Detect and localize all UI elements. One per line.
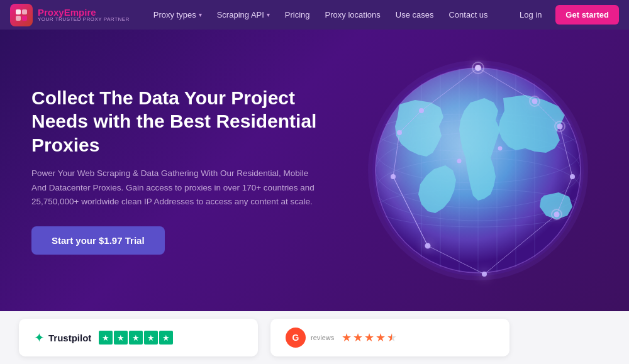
- hero-section: Collect The Data Your Project Needs with…: [0, 30, 629, 311]
- globe-visual: [346, 45, 610, 296]
- g2-star-3: ★: [364, 331, 374, 345]
- trustpilot-logo: ✦ Trustpilot: [34, 330, 91, 345]
- nav-links: Proxy types ▾ Scraping API ▾ Pricing Pro…: [147, 0, 512, 30]
- nav-right: Log in Get started: [512, 0, 619, 30]
- g2-text: reviews: [311, 334, 334, 341]
- svg-point-41: [425, 243, 431, 249]
- trustpilot-stars: ★ ★ ★ ★ ★: [99, 331, 173, 345]
- svg-rect-1: [22, 9, 27, 14]
- logo-tagline: YOUR TRUSTED PROXY PARTNER: [38, 17, 130, 22]
- trustpilot-label: Trustpilot: [48, 333, 91, 343]
- tp-star-3: ★: [129, 331, 143, 345]
- globe-svg: [359, 51, 598, 290]
- tp-star-4: ★: [144, 331, 158, 345]
- g2-card: G reviews ★ ★ ★ ★ ★: [270, 319, 509, 356]
- logo-name: ProxyEmpire: [38, 8, 130, 17]
- login-button[interactable]: Log in: [512, 0, 549, 30]
- logo-icon: [10, 4, 33, 26]
- g2-stars: ★ ★ ★ ★ ★: [342, 331, 397, 345]
- svg-point-20: [376, 68, 581, 273]
- logo-text: ProxyEmpire YOUR TRUSTED PROXY PARTNER: [38, 8, 130, 22]
- proxy-types-chevron-icon: ▾: [199, 11, 202, 18]
- svg-point-36: [397, 130, 402, 135]
- g2-star-half: ★: [387, 331, 397, 345]
- tp-star-1: ★: [99, 331, 113, 345]
- hero-content: Collect The Data Your Project Needs with…: [31, 86, 321, 255]
- svg-point-39: [554, 212, 560, 218]
- logo[interactable]: ProxyEmpire YOUR TRUSTED PROXY PARTNER: [10, 4, 130, 26]
- svg-point-34: [532, 99, 538, 104]
- nav-use-cases[interactable]: Use cases: [389, 0, 440, 30]
- get-started-button[interactable]: Get started: [555, 5, 619, 25]
- svg-point-35: [419, 108, 424, 113]
- nav-pricing[interactable]: Pricing: [279, 0, 316, 30]
- hero-title: Collect The Data Your Project Needs with…: [31, 86, 321, 157]
- nav-contact-us[interactable]: Contact us: [442, 0, 494, 30]
- g2-star-1: ★: [342, 331, 352, 345]
- trustpilot-icon: ✦: [34, 330, 45, 345]
- nav-proxy-types[interactable]: Proxy types ▾: [147, 0, 208, 30]
- hero-description: Power Your Web Scraping & Data Gathering…: [31, 167, 321, 209]
- g2-sub-label: reviews: [311, 334, 334, 341]
- trustpilot-card: ✦ Trustpilot ★ ★ ★ ★ ★: [19, 319, 258, 356]
- scraping-api-chevron-icon: ▾: [267, 11, 270, 18]
- svg-point-44: [457, 159, 462, 163]
- svg-point-33: [475, 65, 481, 71]
- svg-rect-0: [16, 9, 21, 14]
- svg-point-37: [557, 124, 563, 130]
- svg-rect-2: [16, 16, 21, 21]
- trust-bar: ✦ Trustpilot ★ ★ ★ ★ ★ G reviews ★ ★ ★ ★…: [0, 311, 629, 364]
- g2-star-4: ★: [376, 331, 386, 345]
- g2-star-2: ★: [353, 331, 363, 345]
- g2-icon: G: [286, 328, 306, 348]
- svg-point-43: [498, 146, 503, 151]
- nav-proxy-locations[interactable]: Proxy locations: [319, 0, 387, 30]
- svg-rect-3: [22, 16, 27, 21]
- tp-star-5: ★: [159, 331, 173, 345]
- tp-star-2: ★: [114, 331, 128, 345]
- navbar: ProxyEmpire YOUR TRUSTED PROXY PARTNER P…: [0, 0, 629, 30]
- svg-point-42: [482, 272, 487, 277]
- trial-button[interactable]: Start your $1.97 Trial: [31, 226, 165, 255]
- svg-point-40: [391, 174, 396, 179]
- nav-scraping-api[interactable]: Scraping API ▾: [211, 0, 276, 30]
- svg-point-38: [570, 174, 575, 179]
- g2-logo: G reviews: [286, 328, 334, 348]
